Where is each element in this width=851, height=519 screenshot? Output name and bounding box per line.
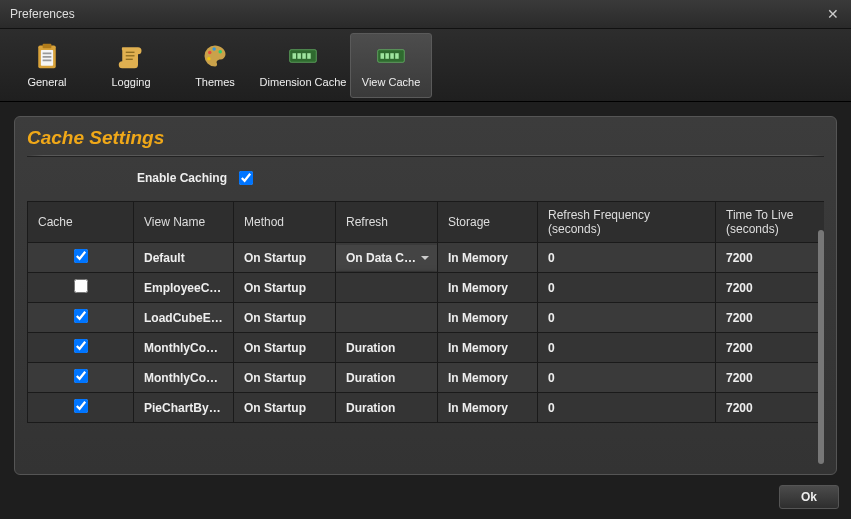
svg-rect-21 <box>390 53 394 59</box>
tab-label: General <box>27 76 66 88</box>
refresh-dropdown[interactable]: On Data Ch… <box>336 245 437 271</box>
row-checkbox[interactable] <box>74 249 88 263</box>
cell-storage: In Memory <box>438 273 538 303</box>
svg-rect-4 <box>43 56 52 58</box>
cell-storage: In Memory <box>438 393 538 423</box>
tab-dimension-cache[interactable]: Dimension Cache <box>258 33 348 98</box>
cell-freq: 0 <box>538 243 716 273</box>
cell-ttl: 7200 <box>716 273 825 303</box>
col-method[interactable]: Method <box>234 202 336 243</box>
svg-point-11 <box>219 50 223 54</box>
svg-rect-20 <box>385 53 389 59</box>
cell-refresh: Duration <box>336 393 438 423</box>
divider <box>27 155 824 157</box>
toolbar-tabs: General Logging Themes Dimension Cache V… <box>0 29 851 102</box>
cell-storage: In Memory <box>438 303 538 333</box>
ok-button[interactable]: Ok <box>779 485 839 509</box>
cell-method: On Startup <box>234 273 336 303</box>
col-storage[interactable]: Storage <box>438 202 538 243</box>
cell-freq: 0 <box>538 273 716 303</box>
refresh-dropdown-list: Duration On Data Change <box>336 272 437 273</box>
cell-refresh: On Data Ch… Duration On Data Change <box>336 243 438 273</box>
cell-storage: In Memory <box>438 333 538 363</box>
scroll-icon <box>117 42 145 70</box>
cell-view: MonthlyCompe… <box>134 363 234 393</box>
cell-method: On Startup <box>234 243 336 273</box>
table-row[interactable]: MonthlyCompe… On Startup Duration In Mem… <box>28 363 825 393</box>
clipboard-icon <box>33 42 61 70</box>
tab-logging[interactable]: Logging <box>90 33 172 98</box>
cell-method: On Startup <box>234 363 336 393</box>
cell-ttl: 7200 <box>716 303 825 333</box>
svg-rect-5 <box>43 60 52 62</box>
cell-method: On Startup <box>234 333 336 363</box>
table-row[interactable]: PieChartBySce… On Startup Duration In Me… <box>28 393 825 423</box>
col-view[interactable]: View Name <box>134 202 234 243</box>
tab-label: Dimension Cache <box>260 76 347 88</box>
panel-title: Cache Settings <box>27 127 824 149</box>
cell-ttl: 7200 <box>716 243 825 273</box>
svg-rect-8 <box>126 59 133 60</box>
row-checkbox[interactable] <box>74 339 88 353</box>
row-checkbox[interactable] <box>74 399 88 413</box>
cell-view: LoadCubeEmpl… <box>134 303 234 333</box>
svg-point-9 <box>208 51 212 55</box>
cell-ttl: 7200 <box>716 333 825 363</box>
svg-rect-7 <box>126 55 135 56</box>
cache-icon <box>377 42 405 70</box>
table-row[interactable]: LoadCubeEmpl… On Startup In Memory 0 720… <box>28 303 825 333</box>
svg-rect-15 <box>297 53 301 59</box>
cell-freq: 0 <box>538 393 716 423</box>
col-freq[interactable]: Refresh Frequency (seconds) <box>538 202 716 243</box>
cell-freq: 0 <box>538 333 716 363</box>
svg-point-10 <box>212 47 216 51</box>
tab-label: Themes <box>195 76 235 88</box>
enable-caching-label: Enable Caching <box>137 171 227 185</box>
col-cache[interactable]: Cache <box>28 202 134 243</box>
tab-label: View Cache <box>362 76 421 88</box>
enable-caching-row: Enable Caching <box>27 171 824 185</box>
svg-rect-6 <box>126 52 135 53</box>
content-area: Cache Settings Enable Caching Cache View… <box>0 102 851 475</box>
tab-themes[interactable]: Themes <box>174 33 256 98</box>
svg-rect-22 <box>395 53 399 59</box>
cell-storage: In Memory <box>438 243 538 273</box>
cell-view: Default <box>134 243 234 273</box>
svg-rect-3 <box>43 53 52 55</box>
cache-table: Cache View Name Method Refresh Storage R… <box>27 201 824 423</box>
enable-caching-checkbox[interactable] <box>239 171 253 185</box>
table-header-row: Cache View Name Method Refresh Storage R… <box>28 202 825 243</box>
cell-ttl: 7200 <box>716 363 825 393</box>
cell-refresh: Duration <box>336 363 438 393</box>
palette-icon <box>201 42 229 70</box>
table-row[interactable]: EmployeeCost On Startup In Memory 0 7200 <box>28 273 825 303</box>
cell-method: On Startup <box>234 303 336 333</box>
cell-refresh <box>336 303 438 333</box>
footer: Ok <box>0 475 851 519</box>
tab-general[interactable]: General <box>6 33 88 98</box>
cell-method: On Startup <box>234 393 336 423</box>
row-checkbox[interactable] <box>74 369 88 383</box>
close-icon[interactable]: ✕ <box>825 6 841 22</box>
scrollbar[interactable] <box>818 230 824 464</box>
preferences-window: Preferences ✕ General Logging Themes D <box>0 0 851 519</box>
cell-refresh <box>336 273 438 303</box>
cache-grid: Cache View Name Method Refresh Storage R… <box>27 201 824 464</box>
window-title: Preferences <box>10 7 825 21</box>
svg-rect-14 <box>293 53 297 59</box>
tab-view-cache[interactable]: View Cache <box>350 33 432 98</box>
cache-icon <box>289 42 317 70</box>
cell-refresh: Duration <box>336 333 438 363</box>
table-row[interactable]: MonthlyComp On Startup Duration In Memor… <box>28 333 825 363</box>
row-checkbox[interactable] <box>74 309 88 323</box>
col-ttl[interactable]: Time To Live (seconds) <box>716 202 825 243</box>
table-row[interactable]: Default On Startup On Data Ch… Duration … <box>28 243 825 273</box>
cell-ttl: 7200 <box>716 393 825 423</box>
cell-view: MonthlyComp <box>134 333 234 363</box>
col-refresh[interactable]: Refresh <box>336 202 438 243</box>
cache-settings-panel: Cache Settings Enable Caching Cache View… <box>14 116 837 475</box>
tab-label: Logging <box>111 76 150 88</box>
cell-view: PieChartBySce… <box>134 393 234 423</box>
row-checkbox[interactable] <box>74 279 88 293</box>
cell-view: EmployeeCost <box>134 273 234 303</box>
